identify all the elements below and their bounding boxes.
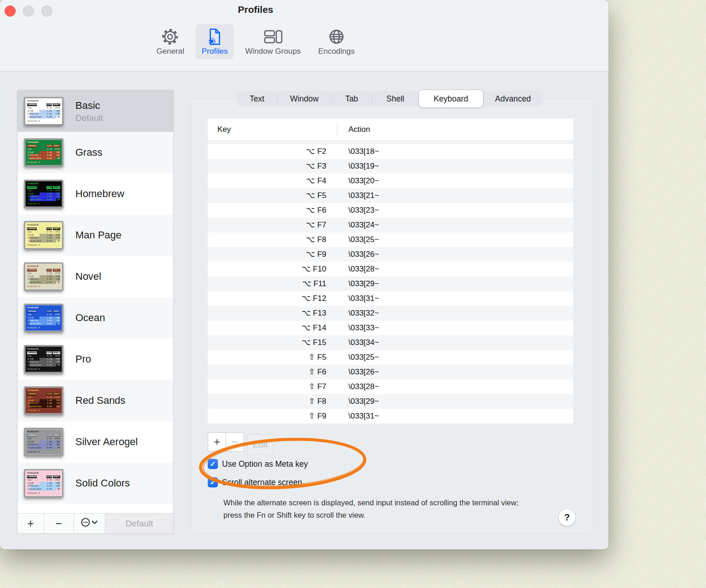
profile-thumbnail: Terminal# COMMAND %CPU RPRVT top4.1%231K… — [24, 304, 63, 332]
tab-advanced[interactable]: Advanced — [483, 91, 543, 107]
toolbar-item-general[interactable]: General — [150, 24, 190, 59]
toolbar-item-profiles[interactable]: Profiles — [195, 24, 234, 59]
table-row[interactable]: ⌥ F4\033[20~ — [208, 174, 573, 188]
key-cell: ⌥ F14 — [208, 321, 326, 335]
table-row[interactable]: ⌥ F9\033[26~ — [208, 247, 573, 262]
toolbar-item-label: Encodings — [318, 47, 354, 56]
profile-name: Solid Colors — [75, 477, 130, 489]
table-body: ⌥ F2\033[18~⌥ F3\033[19~⌥ F4\033[20~⌥ F5… — [208, 144, 573, 424]
profile-thumbnail: Terminal# COMMAND %CPU RPRVT top4.1%231K… — [24, 262, 63, 291]
tab-window[interactable]: Window — [277, 91, 331, 107]
preferences-toolbar: General Profiles Window Groups Encodings — [0, 24, 511, 59]
checkbox-use-option-as-meta-key[interactable]: ✓ — [208, 459, 218, 469]
checkbox-scroll-alternate-screen[interactable]: ✓ — [208, 477, 218, 487]
profile-row-basic[interactable]: Terminal# COMMAND %CPU RPRVT top4.1%231K… — [17, 90, 173, 132]
table-row[interactable]: ⌥ F11\033[29~ — [208, 277, 573, 291]
add-profile-button[interactable]: + — [17, 514, 44, 533]
action-cell: \033[29~ — [348, 394, 379, 409]
profile-name: Red Sands — [75, 395, 125, 407]
action-cell: \033[25~ — [348, 350, 379, 365]
action-cell: \033[19~ — [348, 159, 379, 174]
toolbar-item-window-groups[interactable]: Window Groups — [239, 24, 307, 59]
tab-shell[interactable]: Shell — [372, 91, 419, 107]
profile-row-pro[interactable]: Terminal# COMMAND %CPU RPRVT top4.1%231K… — [17, 339, 173, 380]
table-row[interactable]: ⌥ F6\033[23~ — [208, 203, 573, 218]
remove-mapping-button[interactable]: − — [226, 432, 244, 452]
table-row[interactable]: ⌥ F5\033[21~ — [208, 188, 573, 203]
column-header-action: Action — [348, 119, 370, 141]
tab-keyboard[interactable]: Keyboard — [419, 90, 483, 107]
profile-thumbnail: Terminal# COMMAND %CPU RPRVT top4.1%231K… — [24, 428, 63, 456]
key-cell: ⌥ F3 — [208, 159, 326, 174]
action-cell: \033[25~ — [348, 232, 379, 247]
table-row[interactable]: ⌥ F12\033[31~ — [208, 291, 573, 306]
scroll-alternate-help-text: While the alternate screen is displayed,… — [223, 497, 534, 521]
profile-row-man-page[interactable]: Terminal# COMMAND %CPU RPRVT top4.1%231K… — [17, 215, 173, 256]
table-row[interactable]: ⌥ F13\033[32~ — [208, 306, 573, 321]
table-row[interactable]: ⇧ F9\033[31~ — [208, 409, 573, 424]
gear-icon — [161, 28, 179, 46]
table-row[interactable]: ⇧ F7\033[28~ — [208, 379, 573, 394]
table-row[interactable]: ⌥ F7\033[24~ — [208, 218, 573, 232]
profile-name: Silver Aerogel — [75, 436, 138, 448]
window-groups-icon — [263, 28, 283, 46]
profile-name: Grass — [75, 147, 102, 158]
add-mapping-button[interactable]: + — [208, 432, 226, 452]
table-row[interactable]: ⌥ F14\033[33~ — [208, 321, 573, 335]
key-cell: ⇧ F6 — [208, 365, 326, 379]
key-cell: ⌥ F11 — [208, 277, 326, 291]
toolbar-item-label: Window Groups — [245, 47, 301, 56]
table-row[interactable]: ⌥ F2\033[18~ — [208, 144, 573, 159]
titlebar: Profiles General Profiles Window Groups … — [0, 0, 609, 72]
profile-row-grass[interactable]: Terminal# COMMAND %CPU RPRVT top4.1%231K… — [17, 132, 173, 173]
table-row[interactable]: ⌥ F10\033[28~ — [208, 262, 573, 277]
key-cell: ⌥ F12 — [208, 291, 326, 306]
profile-actions-menu-button[interactable] — [74, 514, 105, 533]
table-row[interactable]: ⇧ F6\033[26~ — [208, 365, 573, 379]
action-cell: \033[20~ — [348, 174, 379, 188]
action-cell: \033[18~ — [348, 144, 379, 159]
key-cell: ⌥ F6 — [208, 203, 326, 218]
profile-thumbnail: Terminal# COMMAND %CPU RPRVT top4.1%231K… — [24, 469, 63, 498]
profile-row-red-sands[interactable]: Terminal# COMMAND %CPU RPRVT top4.1%231K… — [17, 380, 173, 421]
checkbox-label[interactable]: Use Option as Meta key — [222, 459, 308, 469]
terminal-preferences-window: Profiles General Profiles Window Groups … — [0, 0, 609, 549]
profile-list-footer: + − Default — [17, 513, 173, 533]
profile-thumbnail: Terminal# COMMAND %CPU RPRVT top4.1%231K… — [24, 138, 63, 167]
profile-row-ocean[interactable]: Terminal# COMMAND %CPU RPRVT top4.1%231K… — [17, 297, 173, 339]
action-cell: \033[33~ — [348, 321, 379, 335]
remove-profile-button[interactable]: − — [44, 514, 74, 533]
set-default-button[interactable]: Default — [105, 514, 173, 533]
action-cell: \033[26~ — [348, 365, 379, 379]
table-row[interactable]: ⇧ F5\033[25~ — [208, 350, 573, 365]
toolbar-item-encodings[interactable]: Encodings — [312, 24, 361, 59]
key-cell: ⌥ F9 — [208, 247, 326, 262]
table-row[interactable]: ⌥ F15\033[34~ — [208, 335, 573, 350]
profile-row-novel[interactable]: Terminal# COMMAND %CPU RPRVT top4.1%231K… — [17, 256, 173, 297]
checkbox-label[interactable]: Scroll alternate screen — [222, 478, 302, 487]
table-row[interactable]: ⌥ F8\033[25~ — [208, 232, 573, 247]
profile-thumbnail: Terminal# COMMAND %CPU RPRVT top4.1%231K… — [24, 97, 63, 125]
table-row[interactable]: ⌥ F3\033[19~ — [208, 159, 573, 174]
profile-list-panel: Terminal# COMMAND %CPU RPRVT top4.1%231K… — [17, 90, 174, 534]
table-row[interactable]: ⇧ F8\033[29~ — [208, 394, 573, 409]
column-header-key: Key — [217, 119, 231, 141]
edit-mapping-button[interactable]: Edit — [247, 434, 273, 455]
action-cell: \033[26~ — [348, 247, 379, 262]
checkbox-row-scroll-alternate-screen: ✓Scroll alternate screen — [208, 477, 302, 488]
key-cell: ⇧ F5 — [208, 350, 326, 365]
profile-row-silver-aerogel[interactable]: Terminal# COMMAND %CPU RPRVT top4.1%231K… — [17, 421, 173, 463]
mapping-controls: + − Edit — [208, 432, 273, 455]
profile-thumbnail: Terminal# COMMAND %CPU RPRVT top4.1%231K… — [24, 180, 63, 208]
tab-tab[interactable]: Tab — [331, 91, 372, 107]
help-button[interactable]: ? — [558, 509, 575, 526]
key-mappings-table: Key Action ⌥ F2\033[18~⌥ F3\033[19~⌥ F4\… — [208, 119, 573, 424]
profile-row-homebrew[interactable]: Terminal# COMMAND %CPU RPRVT top4.1%231K… — [17, 173, 173, 215]
table-header: Key Action — [208, 119, 573, 141]
tab-text[interactable]: Text — [237, 91, 277, 107]
profile-name: Homebrew — [75, 188, 124, 200]
profile-row-solid-colors[interactable]: Terminal# COMMAND %CPU RPRVT top4.1%231K… — [17, 463, 173, 504]
action-cell: \033[34~ — [348, 335, 379, 350]
action-cell: \033[29~ — [348, 277, 379, 291]
profile-thumbnail: Terminal# COMMAND %CPU RPRVT top4.1%231K… — [24, 345, 63, 373]
